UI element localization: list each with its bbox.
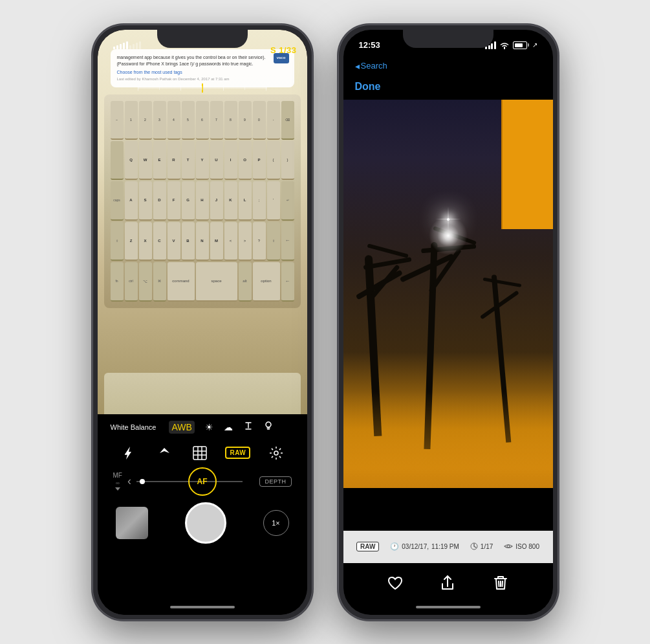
slider-chevron-left[interactable]: ‹ [127, 474, 131, 488]
meta-date-value: 03/12/17, [402, 543, 429, 550]
note-text: management app because it gives you the … [117, 54, 288, 68]
photos-header: Done [343, 74, 553, 100]
meta-iso: ISO 800 [504, 543, 539, 551]
shutter-value: S 1/33 [270, 45, 297, 55]
meta-shutter: 1/17 [470, 542, 493, 551]
building-right [501, 100, 553, 229]
thumbnail-image [116, 507, 148, 539]
location-arrow-icon: ↗ [532, 41, 537, 49]
af-button[interactable]: AF [188, 467, 217, 496]
home-indicator [170, 606, 235, 608]
back-chevron-icon: ◂ [355, 61, 360, 71]
palm-frond-4 [367, 243, 408, 258]
phone-photos: 12:53 [338, 25, 558, 620]
wb-cloudy-icon[interactable]: ☁ [224, 422, 233, 432]
focus-row: MF ∞ ‹ AF DEPTH [98, 466, 307, 497]
ground-glow [343, 391, 553, 488]
svg-point-0 [266, 422, 271, 427]
shutter-row: 1× [98, 497, 307, 549]
photo-meta-bar: RAW 🕐 03/12/17, 11:19 PM 1/17 [343, 531, 553, 563]
done-button[interactable]: Done [355, 81, 381, 93]
shutter-meta-icon [470, 542, 478, 551]
wb-awb[interactable]: AWB [169, 421, 194, 434]
wifi-icon [499, 41, 510, 49]
camera-viewfinder[interactable]: management app because it gives you the … [98, 30, 307, 431]
meta-raw: RAW [356, 542, 379, 551]
like-button[interactable] [384, 572, 407, 595]
mf-label: MF [113, 472, 122, 479]
svg-rect-2 [193, 447, 206, 460]
time-display: 12:53 [359, 40, 380, 50]
mf-indicator: MF ∞ [113, 472, 122, 491]
eye-icon [504, 543, 513, 551]
white-balance-bar: White Balance AWB ☀ ☁ [98, 414, 307, 440]
raw-button[interactable]: RAW [225, 447, 250, 459]
flash-icon[interactable] [118, 443, 138, 463]
camera-screen: S 1/33 management app because it gives y… [98, 30, 307, 615]
meta-shutter-value: 1/17 [481, 543, 493, 550]
phone-camera: S 1/33 management app because it gives y… [92, 25, 312, 620]
palm-frond-10 [482, 277, 521, 287]
meta-iso-value: ISO 800 [515, 543, 539, 550]
svg-point-9 [507, 545, 510, 548]
location-icon[interactable] [154, 443, 175, 463]
wb-label: White Balance [111, 423, 157, 431]
home-indicator-2 [416, 606, 481, 608]
depth-badge[interactable]: DEPTH [259, 476, 291, 487]
clock-icon: 🕐 [390, 542, 399, 551]
camera-controls: White Balance AWB ☀ ☁ [98, 414, 307, 615]
back-nav: ◂ Search [343, 58, 553, 74]
wb-fluorescent-icon[interactable] [243, 421, 254, 432]
wb-sunny-icon[interactable]: ☀ [205, 422, 213, 432]
settings-icon[interactable] [266, 443, 287, 463]
back-label[interactable]: Search [361, 61, 387, 71]
wb-options: AWB ☀ ☁ [169, 421, 272, 434]
zoom-button[interactable]: 1× [263, 510, 289, 536]
delete-button[interactable] [489, 572, 512, 595]
shutter-button[interactable] [185, 502, 226, 544]
exposure-ruler [98, 82, 307, 94]
grid-icon[interactable] [190, 443, 210, 463]
svg-point-7 [274, 451, 278, 455]
action-bar [343, 567, 553, 599]
battery-icon [513, 41, 529, 49]
meta-time-value: 11:19 PM [431, 543, 459, 550]
focus-slider-handle[interactable] [140, 479, 145, 484]
star-ray-v [448, 206, 448, 232]
photos-screen: 12:53 [343, 30, 553, 615]
command-key: command [168, 262, 195, 301]
camera-icons-row: RAW [98, 440, 307, 466]
share-button[interactable] [436, 572, 459, 595]
meta-date: 🕐 03/12/17, 11:19 PM [390, 542, 459, 551]
wb-bulb-icon[interactable] [264, 421, 273, 433]
signal-icon [113, 41, 141, 49]
status-icons: ↗ [485, 41, 537, 49]
notch [157, 30, 248, 48]
keyboard-image-area: ~ 1 2 3 4 5 6 7 8 9 0 - ⌫ [104, 94, 301, 308]
camera-photo: management app because it gives you the … [98, 30, 307, 431]
night-photo [343, 100, 553, 488]
thumbnail-preview[interactable] [116, 507, 148, 539]
note-link: Choose from the most used tags [117, 69, 288, 76]
raw-tag: RAW [356, 542, 379, 551]
notch-2 [403, 30, 493, 48]
